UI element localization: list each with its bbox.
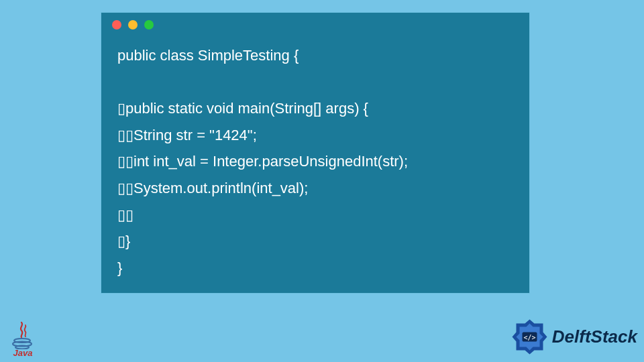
code-line: ▯▯int int_val = Integer.parseUnsignedInt… — [117, 153, 408, 170]
code-line: ▯} — [117, 233, 130, 249]
code-line: ▯public static void main(String[] args) … — [117, 100, 368, 117]
svg-text:</>: </> — [523, 334, 535, 341]
close-icon[interactable] — [112, 20, 121, 29]
code-window: public class SimpleTesting { ▯public sta… — [101, 12, 530, 294]
java-logo: Java — [7, 318, 39, 358]
brand-logo: </> DelftStack — [511, 318, 637, 355]
maximize-icon[interactable] — [144, 20, 154, 29]
code-line: public class SimpleTesting { — [117, 47, 299, 64]
java-label: Java — [13, 348, 33, 358]
code-line: ▯▯ — [117, 206, 133, 223]
code-line: } — [117, 259, 122, 276]
brand-name: DelftStack — [552, 326, 637, 347]
code-block: public class SimpleTesting { ▯public sta… — [101, 37, 529, 288]
brand-badge-icon: </> — [511, 318, 548, 355]
minimize-icon[interactable] — [128, 20, 138, 29]
code-line: ▯▯String str = "1424"; — [117, 127, 257, 143]
window-titlebar — [101, 13, 529, 37]
java-cup-icon — [9, 321, 36, 349]
code-line: ▯▯System.out.println(int_val); — [117, 180, 308, 196]
